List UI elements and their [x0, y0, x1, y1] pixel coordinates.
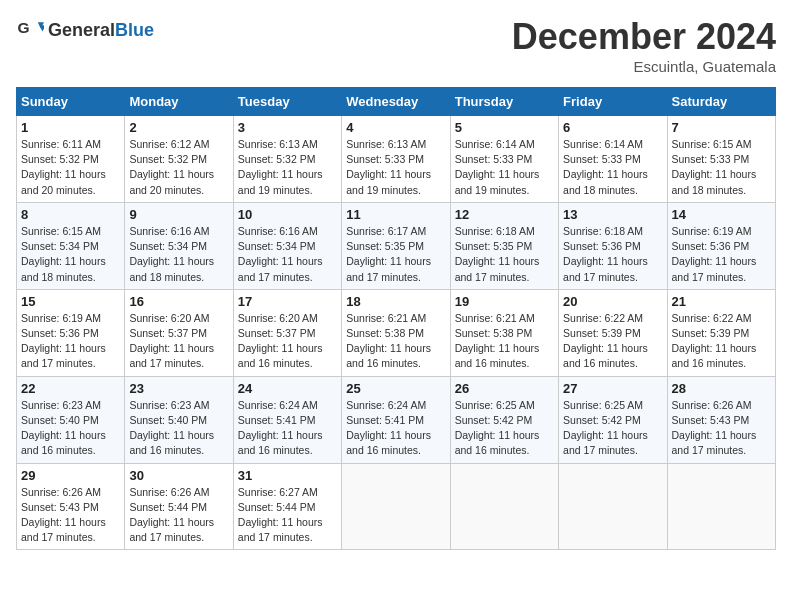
- day-info: Sunrise: 6:15 AM Sunset: 5:33 PM Dayligh…: [672, 137, 771, 198]
- calendar-cell: 20Sunrise: 6:22 AM Sunset: 5:39 PM Dayli…: [559, 289, 667, 376]
- page-header: G GeneralBlue December 2024 Escuintla, G…: [16, 16, 776, 75]
- day-info: Sunrise: 6:26 AM Sunset: 5:44 PM Dayligh…: [129, 485, 228, 546]
- day-number: 27: [563, 381, 662, 396]
- calendar-week-row: 22Sunrise: 6:23 AM Sunset: 5:40 PM Dayli…: [17, 376, 776, 463]
- calendar-cell: 4Sunrise: 6:13 AM Sunset: 5:33 PM Daylig…: [342, 116, 450, 203]
- calendar-cell: 19Sunrise: 6:21 AM Sunset: 5:38 PM Dayli…: [450, 289, 558, 376]
- weekday-header-monday: Monday: [125, 88, 233, 116]
- calendar-cell: 11Sunrise: 6:17 AM Sunset: 5:35 PM Dayli…: [342, 202, 450, 289]
- weekday-header-saturday: Saturday: [667, 88, 775, 116]
- day-info: Sunrise: 6:13 AM Sunset: 5:32 PM Dayligh…: [238, 137, 337, 198]
- calendar-week-row: 1Sunrise: 6:11 AM Sunset: 5:32 PM Daylig…: [17, 116, 776, 203]
- day-info: Sunrise: 6:11 AM Sunset: 5:32 PM Dayligh…: [21, 137, 120, 198]
- calendar-cell: 2Sunrise: 6:12 AM Sunset: 5:32 PM Daylig…: [125, 116, 233, 203]
- weekday-header-row: SundayMondayTuesdayWednesdayThursdayFrid…: [17, 88, 776, 116]
- day-number: 1: [21, 120, 120, 135]
- day-info: Sunrise: 6:26 AM Sunset: 5:43 PM Dayligh…: [21, 485, 120, 546]
- day-number: 22: [21, 381, 120, 396]
- calendar-cell: 17Sunrise: 6:20 AM Sunset: 5:37 PM Dayli…: [233, 289, 341, 376]
- calendar-cell: 5Sunrise: 6:14 AM Sunset: 5:33 PM Daylig…: [450, 116, 558, 203]
- calendar-cell: 22Sunrise: 6:23 AM Sunset: 5:40 PM Dayli…: [17, 376, 125, 463]
- calendar-cell: 29Sunrise: 6:26 AM Sunset: 5:43 PM Dayli…: [17, 463, 125, 550]
- calendar-cell: 9Sunrise: 6:16 AM Sunset: 5:34 PM Daylig…: [125, 202, 233, 289]
- day-info: Sunrise: 6:21 AM Sunset: 5:38 PM Dayligh…: [455, 311, 554, 372]
- calendar-cell: 23Sunrise: 6:23 AM Sunset: 5:40 PM Dayli…: [125, 376, 233, 463]
- logo-icon: G: [16, 16, 44, 44]
- day-info: Sunrise: 6:17 AM Sunset: 5:35 PM Dayligh…: [346, 224, 445, 285]
- day-info: Sunrise: 6:19 AM Sunset: 5:36 PM Dayligh…: [672, 224, 771, 285]
- location-title: Escuintla, Guatemala: [512, 58, 776, 75]
- day-number: 31: [238, 468, 337, 483]
- day-number: 24: [238, 381, 337, 396]
- day-number: 16: [129, 294, 228, 309]
- calendar-cell: 26Sunrise: 6:25 AM Sunset: 5:42 PM Dayli…: [450, 376, 558, 463]
- day-number: 9: [129, 207, 228, 222]
- day-info: Sunrise: 6:19 AM Sunset: 5:36 PM Dayligh…: [21, 311, 120, 372]
- day-info: Sunrise: 6:21 AM Sunset: 5:38 PM Dayligh…: [346, 311, 445, 372]
- day-info: Sunrise: 6:22 AM Sunset: 5:39 PM Dayligh…: [563, 311, 662, 372]
- day-info: Sunrise: 6:13 AM Sunset: 5:33 PM Dayligh…: [346, 137, 445, 198]
- day-info: Sunrise: 6:14 AM Sunset: 5:33 PM Dayligh…: [563, 137, 662, 198]
- weekday-header-thursday: Thursday: [450, 88, 558, 116]
- month-title: December 2024: [512, 16, 776, 58]
- calendar-cell: 25Sunrise: 6:24 AM Sunset: 5:41 PM Dayli…: [342, 376, 450, 463]
- logo-text: GeneralBlue: [48, 20, 154, 41]
- day-info: Sunrise: 6:24 AM Sunset: 5:41 PM Dayligh…: [346, 398, 445, 459]
- logo: G GeneralBlue: [16, 16, 154, 44]
- day-info: Sunrise: 6:16 AM Sunset: 5:34 PM Dayligh…: [129, 224, 228, 285]
- day-number: 18: [346, 294, 445, 309]
- day-number: 10: [238, 207, 337, 222]
- calendar-week-row: 8Sunrise: 6:15 AM Sunset: 5:34 PM Daylig…: [17, 202, 776, 289]
- day-info: Sunrise: 6:25 AM Sunset: 5:42 PM Dayligh…: [455, 398, 554, 459]
- svg-text:G: G: [18, 19, 30, 36]
- day-info: Sunrise: 6:25 AM Sunset: 5:42 PM Dayligh…: [563, 398, 662, 459]
- day-number: 12: [455, 207, 554, 222]
- day-number: 20: [563, 294, 662, 309]
- day-info: Sunrise: 6:15 AM Sunset: 5:34 PM Dayligh…: [21, 224, 120, 285]
- day-info: Sunrise: 6:23 AM Sunset: 5:40 PM Dayligh…: [129, 398, 228, 459]
- calendar-cell: [342, 463, 450, 550]
- calendar-week-row: 15Sunrise: 6:19 AM Sunset: 5:36 PM Dayli…: [17, 289, 776, 376]
- calendar-cell: [450, 463, 558, 550]
- calendar-week-row: 29Sunrise: 6:26 AM Sunset: 5:43 PM Dayli…: [17, 463, 776, 550]
- calendar-cell: 12Sunrise: 6:18 AM Sunset: 5:35 PM Dayli…: [450, 202, 558, 289]
- calendar-cell: 28Sunrise: 6:26 AM Sunset: 5:43 PM Dayli…: [667, 376, 775, 463]
- calendar-cell: 14Sunrise: 6:19 AM Sunset: 5:36 PM Dayli…: [667, 202, 775, 289]
- day-number: 29: [21, 468, 120, 483]
- calendar-cell: 8Sunrise: 6:15 AM Sunset: 5:34 PM Daylig…: [17, 202, 125, 289]
- calendar-cell: 15Sunrise: 6:19 AM Sunset: 5:36 PM Dayli…: [17, 289, 125, 376]
- day-info: Sunrise: 6:27 AM Sunset: 5:44 PM Dayligh…: [238, 485, 337, 546]
- day-number: 5: [455, 120, 554, 135]
- day-number: 28: [672, 381, 771, 396]
- day-number: 17: [238, 294, 337, 309]
- day-number: 14: [672, 207, 771, 222]
- weekday-header-sunday: Sunday: [17, 88, 125, 116]
- logo-general: General: [48, 20, 115, 40]
- calendar-table: SundayMondayTuesdayWednesdayThursdayFrid…: [16, 87, 776, 550]
- day-info: Sunrise: 6:16 AM Sunset: 5:34 PM Dayligh…: [238, 224, 337, 285]
- calendar-cell: 31Sunrise: 6:27 AM Sunset: 5:44 PM Dayli…: [233, 463, 341, 550]
- calendar-cell: 24Sunrise: 6:24 AM Sunset: 5:41 PM Dayli…: [233, 376, 341, 463]
- calendar-cell: 10Sunrise: 6:16 AM Sunset: 5:34 PM Dayli…: [233, 202, 341, 289]
- day-number: 8: [21, 207, 120, 222]
- weekday-header-friday: Friday: [559, 88, 667, 116]
- day-info: Sunrise: 6:23 AM Sunset: 5:40 PM Dayligh…: [21, 398, 120, 459]
- day-info: Sunrise: 6:14 AM Sunset: 5:33 PM Dayligh…: [455, 137, 554, 198]
- calendar-cell: 18Sunrise: 6:21 AM Sunset: 5:38 PM Dayli…: [342, 289, 450, 376]
- day-info: Sunrise: 6:20 AM Sunset: 5:37 PM Dayligh…: [238, 311, 337, 372]
- day-number: 13: [563, 207, 662, 222]
- weekday-header-wednesday: Wednesday: [342, 88, 450, 116]
- day-info: Sunrise: 6:22 AM Sunset: 5:39 PM Dayligh…: [672, 311, 771, 372]
- day-info: Sunrise: 6:24 AM Sunset: 5:41 PM Dayligh…: [238, 398, 337, 459]
- day-number: 26: [455, 381, 554, 396]
- calendar-cell: 6Sunrise: 6:14 AM Sunset: 5:33 PM Daylig…: [559, 116, 667, 203]
- day-info: Sunrise: 6:20 AM Sunset: 5:37 PM Dayligh…: [129, 311, 228, 372]
- svg-marker-2: [39, 25, 44, 31]
- day-number: 11: [346, 207, 445, 222]
- calendar-cell: 13Sunrise: 6:18 AM Sunset: 5:36 PM Dayli…: [559, 202, 667, 289]
- day-number: 7: [672, 120, 771, 135]
- calendar-cell: 1Sunrise: 6:11 AM Sunset: 5:32 PM Daylig…: [17, 116, 125, 203]
- day-number: 6: [563, 120, 662, 135]
- day-number: 4: [346, 120, 445, 135]
- title-area: December 2024 Escuintla, Guatemala: [512, 16, 776, 75]
